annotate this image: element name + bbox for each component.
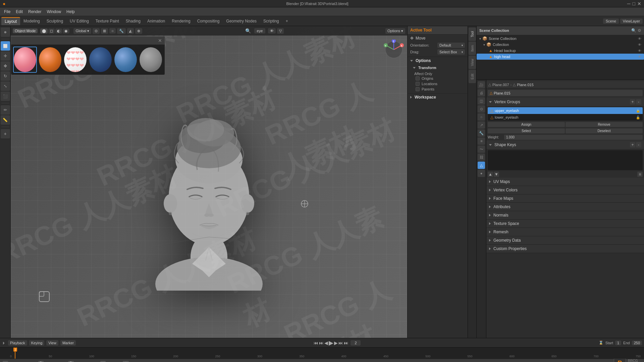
- scene-selector[interactable]: Scene: [603, 18, 619, 24]
- annotate-button[interactable]: ✏: [1, 105, 10, 115]
- material-sphere-5[interactable]: [114, 47, 138, 73]
- parents-checkbox[interactable]: [416, 87, 420, 91]
- tab-animation[interactable]: Animation: [144, 17, 168, 25]
- world-props-tab[interactable]: ○: [478, 113, 485, 121]
- material-panel-close-button[interactable]: ✕: [158, 38, 162, 43]
- tab-texture-paint[interactable]: Texture Paint: [92, 17, 122, 25]
- high-head-item[interactable]: ▲ high head 👁: [477, 54, 644, 60]
- options-header[interactable]: Options: [408, 57, 468, 64]
- viewport-overlays-button[interactable]: ◭: [127, 28, 134, 34]
- locations-checkbox[interactable]: [416, 82, 420, 86]
- edit-tab[interactable]: Edit: [469, 70, 476, 83]
- end-frame-field[interactable]: 250: [632, 341, 642, 345]
- start-frame-field[interactable]: 1: [615, 341, 621, 345]
- tab-shading[interactable]: Shading: [122, 17, 144, 25]
- viewport-gizmos-button[interactable]: ⊕: [135, 28, 142, 34]
- sk-expand-button[interactable]: ≡: [637, 172, 643, 177]
- maximize-button[interactable]: □: [633, 1, 635, 6]
- face-maps-header[interactable]: Face Maps: [486, 194, 644, 203]
- move-button[interactable]: ✥: [1, 61, 10, 71]
- upper-eyelash-item[interactable]: △ upper_eyelash 🔓: [488, 107, 643, 114]
- filter-button[interactable]: ▽: [277, 28, 284, 34]
- sk-remove-button[interactable]: -: [636, 142, 641, 147]
- origins-checkbox[interactable]: [416, 76, 420, 80]
- search-button[interactable]: 🔍: [244, 27, 252, 34]
- minimize-button[interactable]: ─: [627, 1, 631, 6]
- vg-remove-sel-button[interactable]: Remove: [566, 122, 643, 127]
- vg-select-button[interactable]: Select: [488, 128, 565, 133]
- scene-collection-eye-icon[interactable]: 👁: [638, 37, 641, 41]
- vertex-groups-header[interactable]: Vertex Groups + -: [486, 98, 644, 107]
- shape-keys-header[interactable]: Shape Keys + -: [486, 140, 644, 149]
- item-tab[interactable]: Item: [469, 42, 476, 55]
- high-head-eye-icon[interactable]: 👁: [638, 55, 641, 59]
- sk-add-button[interactable]: +: [630, 142, 635, 147]
- menu-item-help[interactable]: Help: [64, 9, 77, 15]
- viewport-gizmo[interactable]: X Y Z: [384, 40, 404, 60]
- keying-button[interactable]: Keying: [29, 340, 45, 346]
- outliner-filter-icon[interactable]: 🔍: [631, 28, 636, 33]
- prev-keyframe-button[interactable]: ⏭: [319, 340, 324, 346]
- weight-value-field[interactable]: 1.000: [504, 135, 643, 140]
- normals-header[interactable]: Normals: [486, 211, 644, 220]
- next-keyframe-button[interactable]: ⏭: [338, 340, 343, 346]
- menu-item-edit[interactable]: Edit: [13, 9, 25, 15]
- view-tab[interactable]: View: [469, 56, 476, 69]
- mode-cursor-button[interactable]: ⊕: [1, 27, 10, 37]
- object-constraints-tab[interactable]: ⛓: [478, 154, 485, 161]
- add-workspace-button[interactable]: +: [282, 17, 291, 25]
- collection-item[interactable]: ▾ 📦 Collection 👁: [477, 42, 644, 48]
- playback-button[interactable]: Playback: [8, 340, 27, 346]
- tab-sculpting[interactable]: Sculpting: [43, 17, 66, 25]
- tab-compositing[interactable]: Compositing: [194, 17, 223, 25]
- material-sphere-4[interactable]: [89, 47, 112, 73]
- snap-button[interactable]: 🔧: [117, 28, 126, 34]
- mesh-name-row[interactable]: △ Plane.015: [488, 90, 643, 96]
- visible-layers-button[interactable]: 👁: [268, 28, 276, 34]
- view-layer-selector[interactable]: ViewLayer: [620, 18, 643, 24]
- timeline-expand-icon[interactable]: ⏵: [2, 341, 6, 345]
- menu-item-window[interactable]: Window: [44, 9, 64, 15]
- material-sphere-1[interactable]: [13, 47, 37, 73]
- select-box-button[interactable]: ⬜: [1, 41, 10, 51]
- tab-rendering[interactable]: Rendering: [168, 17, 194, 25]
- sk-up-arrow-button[interactable]: ▲: [488, 172, 493, 177]
- solid-shading-button[interactable]: ⬤: [40, 28, 48, 34]
- orientation-dropdown[interactable]: Default ▾: [437, 43, 465, 48]
- search-input[interactable]: eye: [254, 28, 266, 34]
- lower-eyelash-lock-icon[interactable]: 🔓: [636, 116, 640, 119]
- scene-collection-item[interactable]: ▾ 📦 Scene Collection 👁: [477, 36, 644, 42]
- vertex-colors-header[interactable]: Vertex Colors: [486, 186, 644, 194]
- close-button[interactable]: ✕: [637, 1, 641, 6]
- outliner-settings-icon[interactable]: ⚙: [638, 28, 641, 33]
- material-preview-button[interactable]: ◐: [55, 28, 62, 34]
- object-props-tab[interactable]: ↗: [478, 121, 485, 129]
- scene-props-tab[interactable]: ⊙: [478, 105, 485, 113]
- tab-uv-editing[interactable]: UV Editing: [66, 17, 92, 25]
- jump-end-button[interactable]: ⏭: [344, 340, 348, 346]
- particles-tab[interactable]: ✳: [478, 137, 485, 145]
- add-button[interactable]: +: [1, 129, 10, 138]
- wireframe-button[interactable]: ◻: [48, 28, 55, 34]
- current-frame-field[interactable]: 2: [351, 340, 361, 346]
- output-props-tab[interactable]: 🖨: [478, 89, 485, 97]
- pivot-button[interactable]: ⊙: [93, 28, 100, 34]
- uv-maps-header[interactable]: UV Maps: [486, 178, 644, 186]
- play-button[interactable]: ▶: [329, 339, 333, 347]
- viewport-mode-button[interactable]: Object Mode: [13, 28, 38, 33]
- material-sphere-3[interactable]: ❤❤❤❤❤❤❤❤❤❤❤❤❤❤❤❤❤❤: [63, 47, 87, 73]
- tool-tab[interactable]: Tool: [469, 27, 476, 41]
- modifiers-props-tab[interactable]: 🔧: [478, 129, 485, 137]
- transform-button[interactable]: ⬛: [1, 92, 10, 101]
- lower-eyelash-item[interactable]: △ lower_eyelash 🔓: [488, 114, 643, 121]
- vg-remove-button[interactable]: -: [636, 99, 641, 105]
- cursor-button[interactable]: ✛: [1, 51, 10, 61]
- scale-button[interactable]: ⤡: [1, 81, 10, 91]
- physics-tab[interactable]: 〜: [478, 145, 485, 153]
- proportional-edit-button[interactable]: ○: [109, 28, 116, 34]
- head-backup-eye-icon[interactable]: 👁: [638, 49, 641, 53]
- orientation-dropdown[interactable]: Global ▾: [73, 28, 91, 34]
- vg-assign-button[interactable]: Assign: [488, 122, 565, 127]
- tab-modeling[interactable]: Modeling: [20, 17, 43, 25]
- vg-add-button[interactable]: +: [630, 99, 635, 105]
